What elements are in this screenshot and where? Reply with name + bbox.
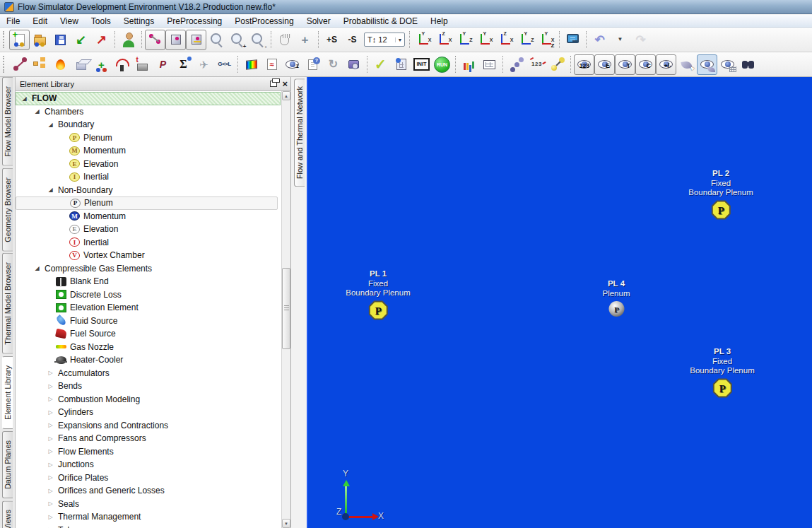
tree-item-flow-elements[interactable]: ▷Flow Elements [16, 445, 290, 459]
font-size-combo[interactable]: T↕ 12▼ [364, 33, 405, 47]
tree-item-expansions-and-contractions[interactable]: ▷Expansions and Contractions [16, 419, 290, 433]
increase-symbol-size-button[interactable]: +S [322, 30, 342, 50]
tab-geometry-browser[interactable]: Geometry Browser [2, 168, 13, 252]
expander-icon[interactable]: ◢ [45, 187, 56, 193]
plot-results-button[interactable]: ≈ [261, 54, 282, 75]
tree-item-orifice-plates[interactable]: ▷Orifice Plates [16, 471, 290, 485]
plenum-octagon-icon[interactable]: P [690, 378, 754, 398]
view-yz-plane-button[interactable]: YZ [515, 30, 536, 50]
tree-item-elevation-element[interactable]: Elevation Element [16, 301, 290, 315]
tab-thermal-model-browser[interactable]: Thermal Model Browser [2, 253, 13, 354]
menu-edit[interactable]: Edit [26, 16, 54, 27]
charts-button[interactable] [459, 54, 479, 75]
refresh-button[interactable]: ↻ [323, 54, 343, 75]
scroll-up-icon[interactable]: ▲ [282, 91, 290, 100]
expander-icon[interactable]: ▷ [45, 370, 56, 376]
combustion-button[interactable] [50, 54, 71, 75]
contour-map-button[interactable] [241, 54, 261, 75]
expander-icon[interactable]: ◢ [32, 108, 42, 115]
undo-history-button[interactable]: ▼ [610, 30, 630, 50]
tree-item-fluid-source[interactable]: Fluid Source [16, 315, 290, 328]
node-pl-2[interactable]: PL 2FixedBoundary PlenumP [688, 169, 753, 220]
plenum-octagon-icon[interactable]: P [346, 300, 410, 320]
zoom-in-button[interactable]: + [227, 30, 247, 50]
tab-flow-model-browser[interactable]: Flow Model Browser [2, 77, 13, 166]
tree-item-inertial[interactable]: IInertial [16, 170, 290, 184]
tree-item-elevation[interactable]: EElevation [16, 158, 290, 171]
show-ids-button[interactable]: 123 [574, 54, 594, 75]
tree-item-inertial[interactable]: IInertial [16, 236, 290, 250]
menu-help[interactable]: Help [424, 16, 454, 27]
results-table-button[interactable] [479, 54, 500, 75]
zoom-window-button[interactable] [206, 30, 227, 50]
search-button[interactable] [738, 54, 758, 75]
tree-item-cylinders[interactable]: ▷Cylinders [16, 406, 290, 419]
export-button[interactable]: ↗ [91, 30, 112, 50]
model-summary-button[interactable] [302, 54, 323, 75]
user-profile-button[interactable] [118, 30, 139, 50]
run-button[interactable]: RUN [432, 54, 452, 75]
show-mesh-button[interactable] [717, 54, 738, 75]
expander-icon[interactable]: ▷ [45, 500, 56, 507]
new-model-button[interactable] [9, 30, 30, 50]
view-isometric-button[interactable]: YXZ [536, 30, 556, 50]
renumber-button[interactable]: 123 [526, 54, 547, 75]
tree-item-compressible-gas-elements[interactable]: ◢Compressible Gas Elements [16, 262, 290, 276]
tab-flow-and-thermal-network[interactable]: Flow and Thermal Network [294, 78, 305, 187]
menu-tools[interactable]: Tools [85, 16, 117, 27]
tree-item-fuel-source[interactable]: Fuel Source [16, 327, 290, 341]
tree-scrollbar[interactable]: ▲ ▼ [281, 91, 290, 528]
tree-item-blank-end[interactable]: Blank End [16, 275, 290, 288]
tree-item-seals[interactable]: ▷Seals [16, 498, 290, 511]
show-elements-button[interactable]: E [594, 54, 615, 75]
tree-item-orifices-and-generic-losses[interactable]: ▷Orifices and Generic Losses [16, 484, 290, 498]
transient-setup-button[interactable]: t [132, 54, 153, 75]
property-calculator-button[interactable] [391, 54, 411, 75]
add-chamber-button[interactable]: + [91, 54, 112, 75]
scroll-down-icon[interactable]: ▼ [282, 519, 290, 528]
node-pl-4[interactable]: PL 4PlenumP [603, 279, 630, 317]
menu-settings[interactable]: Settings [117, 16, 160, 27]
model-canvas[interactable]: Y X Z PL 1FixedBoundary PlenumPPL 2Fixed… [307, 77, 812, 528]
curve-editor-button[interactable]: P [153, 54, 173, 75]
rotate-view-button[interactable]: + [295, 30, 315, 50]
model-hierarchy-button[interactable] [30, 54, 50, 75]
expander-icon[interactable]: ▷ [45, 435, 56, 442]
open-model-button[interactable] [30, 30, 50, 50]
view-zx-plane-button[interactable]: ZX [495, 30, 515, 50]
expander-icon[interactable]: ▷ [45, 383, 56, 389]
node-pl-3[interactable]: PL 3FixedBoundary PlenumP [690, 347, 754, 398]
tree-item-gas-nozzle[interactable]: Gas Nozzle [16, 341, 290, 354]
tree-item-momentum[interactable]: MMomentum [16, 144, 290, 158]
float-panel-icon[interactable] [270, 81, 277, 87]
show-chambers-button[interactable]: C [635, 54, 656, 75]
pan-button[interactable] [274, 30, 295, 50]
tree-item-junctions[interactable]: ▷Junctions [16, 458, 290, 471]
show-surfaces-button[interactable] [697, 54, 717, 75]
menu-file[interactable]: File [0, 16, 26, 27]
tree-item-fans-and-compressors[interactable]: ▷Fans and Compressors [16, 432, 290, 445]
decrease-symbol-size-button[interactable]: -S [342, 30, 363, 50]
section-view-button[interactable] [186, 30, 206, 50]
connect-elements-button[interactable] [506, 54, 526, 75]
tab-datum-planes[interactable]: Datum Planes [2, 431, 13, 498]
expander-icon[interactable]: ▷ [45, 422, 56, 428]
close-panel-icon[interactable]: × [282, 79, 288, 88]
create-element-button[interactable] [9, 54, 30, 75]
display-options-button[interactable] [563, 30, 583, 50]
tree-item-accumulators[interactable]: ▷Accumulators [16, 367, 290, 380]
menu-solver[interactable]: Solver [300, 16, 337, 27]
tree-item-non-boundary[interactable]: ◢Non-Boundary [16, 184, 290, 197]
tree-item-thermal-management[interactable]: ▷Thermal Management [16, 510, 290, 524]
network-view-button[interactable] [145, 30, 165, 50]
view-xy-plane-button[interactable]: YX [413, 30, 433, 50]
scrollbar-thumb[interactable] [282, 268, 290, 349]
expander-icon[interactable]: ◢ [32, 265, 42, 271]
view-mode-button[interactable]: 1 [282, 54, 302, 75]
view-zy-plane-button[interactable]: YZ [454, 30, 474, 50]
save-model-button[interactable] [50, 30, 71, 50]
menu-postprocessing[interactable]: PostProcessing [228, 16, 300, 27]
snapshot-button[interactable] [343, 54, 364, 75]
check-model-button[interactable]: ✓ [370, 54, 391, 75]
combo-caret-icon[interactable]: ▼ [395, 37, 404, 42]
